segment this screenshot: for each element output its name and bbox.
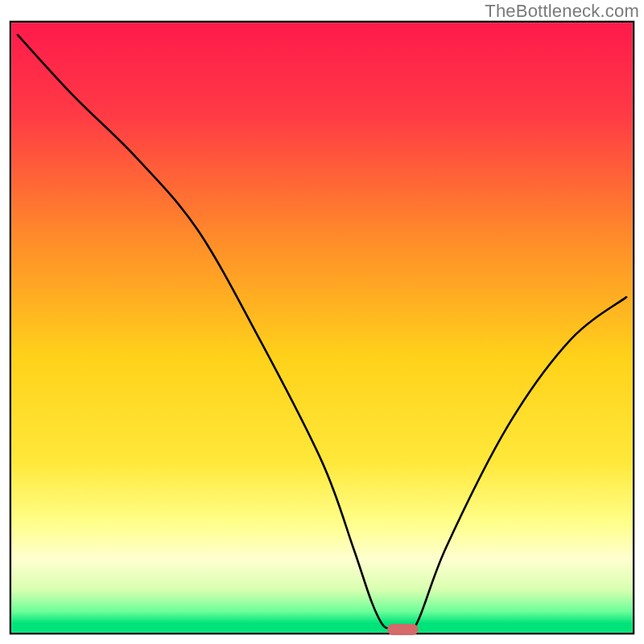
- chart-svg: [0, 0, 644, 644]
- plot-background: [11, 23, 633, 633]
- chart-container: TheBottleneck.com: [0, 0, 644, 644]
- optimal-range-marker: [387, 624, 419, 635]
- watermark-text: TheBottleneck.com: [485, 1, 639, 22]
